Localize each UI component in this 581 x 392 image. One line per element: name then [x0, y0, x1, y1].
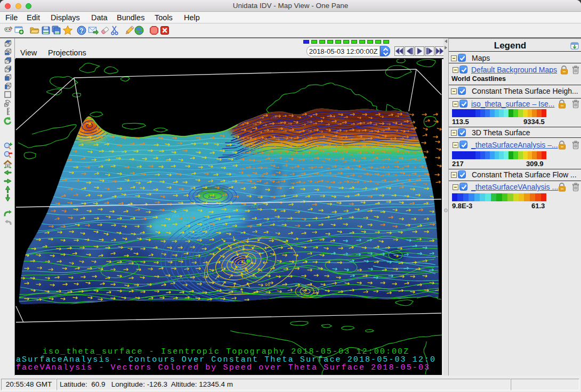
svg-text:?: ?: [79, 27, 83, 35]
svg-text:90: 90: [265, 282, 270, 287]
svg-text:264: 264: [172, 214, 180, 218]
svg-text:248: 248: [208, 194, 216, 199]
svg-text:faceVAnalysis - Vectors Colore: faceVAnalysis - Vectors Colored by Speed…: [16, 363, 430, 372]
svg-text:888: 888: [286, 124, 294, 129]
svg-text:885: 885: [271, 116, 279, 120]
svg-text:254: 254: [182, 220, 190, 225]
svg-text:282: 282: [251, 204, 259, 209]
svg-text:882: 882: [307, 120, 315, 125]
